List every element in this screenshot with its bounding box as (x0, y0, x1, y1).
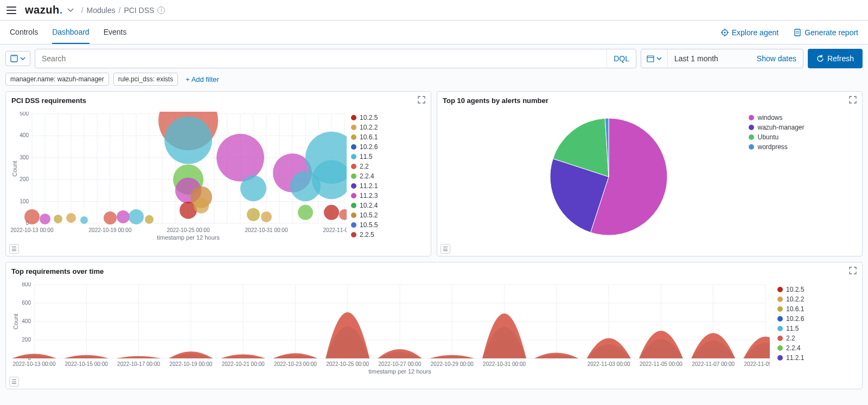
legend-toggle-icon[interactable]: ☰ (9, 377, 19, 387)
document-icon (794, 29, 801, 36)
legend-item[interactable]: windows (749, 114, 804, 121)
panel-req-area: Top requirements over time 0200400600800… (5, 262, 863, 389)
refresh-button[interactable]: Refresh (808, 49, 863, 68)
date-range-picker: Last 1 month Show dates (641, 49, 803, 68)
legend-item[interactable]: 2.2.4 (351, 172, 378, 180)
expand-icon[interactable] (849, 267, 857, 276)
svg-text:400: 400 (20, 132, 29, 138)
legend-item[interactable]: wordpress (749, 143, 804, 151)
svg-point-68 (247, 208, 260, 221)
bubble-chart[interactable]: 01002003004005002022-10-13 00:002022-10-… (10, 112, 347, 242)
legend-item[interactable]: 2.2.4 (777, 344, 804, 352)
svg-point-1 (724, 31, 725, 33)
legend-item[interactable]: 11.2.3 (351, 192, 378, 200)
legend-item[interactable]: 2.2.5 (351, 231, 378, 239)
svg-point-51 (40, 214, 50, 224)
dashboard-grid: PCI DSS requirements 0100200300400500202… (0, 91, 868, 395)
svg-point-57 (129, 209, 144, 224)
svg-point-60 (164, 116, 212, 164)
svg-text:2022-10-29 00:00: 2022-10-29 00:00 (431, 361, 474, 367)
svg-text:2022-10-21 00:00: 2022-10-21 00:00 (222, 361, 265, 367)
legend-item[interactable]: 2.2 (351, 163, 378, 170)
dql-toggle[interactable]: DQL (607, 49, 636, 68)
pie-chart[interactable] (495, 112, 723, 242)
svg-text:800: 800 (22, 282, 31, 287)
svg-text:2022-10-31 00:00: 2022-10-31 00:00 (245, 227, 288, 233)
tab-dashboard[interactable]: Dashboard (52, 21, 90, 44)
show-dates-link[interactable]: Show dates (750, 49, 803, 68)
search-input[interactable] (35, 49, 607, 68)
breadcrumb-sep: / (81, 6, 84, 15)
svg-text:2022-11-05 00:00: 2022-11-05 00:00 (640, 361, 682, 367)
legend-item[interactable]: Ubuntu (749, 133, 804, 141)
svg-text:2022-10-25 00:00: 2022-10-25 00:00 (326, 361, 369, 367)
svg-text:2022-11-05 00:00: 2022-11-05 00:00 (323, 227, 347, 233)
tab-controls[interactable]: Controls (10, 21, 38, 44)
svg-text:timestamp per 12 hours: timestamp per 12 hours (157, 234, 220, 241)
generate-report-label: Generate report (805, 28, 858, 37)
legend-item[interactable]: 10.2.5 (351, 114, 378, 121)
explore-agent-link[interactable]: Explore agent (721, 28, 778, 37)
tabs-bar: Controls Dashboard Events Explore agent … (0, 21, 868, 44)
svg-text:200: 200 (20, 176, 29, 182)
search-row: DQL Last 1 month Show dates Refresh (0, 44, 868, 73)
expand-icon[interactable] (418, 96, 425, 105)
svg-rect-5 (647, 56, 654, 62)
svg-text:600: 600 (22, 300, 31, 306)
svg-text:2022-10-19 00:00: 2022-10-19 00:00 (89, 227, 132, 233)
svg-text:400: 400 (22, 318, 31, 324)
svg-point-66 (216, 134, 264, 182)
svg-point-76 (339, 209, 347, 220)
area-chart[interactable]: 02004006008002022-10-13 00:002022-10-15 … (10, 282, 770, 375)
legend-item[interactable]: 10.2.4 (351, 202, 378, 209)
legend-item[interactable]: 10.2.6 (777, 315, 804, 323)
generate-report-link[interactable]: Generate report (794, 28, 858, 37)
panel-agents-pie: Top 10 agents by alerts number windowswa… (437, 91, 863, 256)
legend-toggle-icon[interactable]: ☰ (9, 244, 19, 254)
legend-item[interactable]: 10.6.1 (351, 133, 378, 141)
add-filter-link[interactable]: + Add filter (182, 73, 222, 86)
svg-rect-2 (795, 29, 800, 36)
legend-item[interactable]: 10.2.2 (777, 295, 804, 303)
brand-logo[interactable]: wazuh. (25, 4, 63, 16)
legend-toggle-icon[interactable]: ☰ (441, 244, 450, 254)
legend-item[interactable]: 11.5 (777, 325, 804, 332)
date-range-text[interactable]: Last 1 month (668, 49, 750, 68)
legend-item[interactable]: 10.5.5 (351, 221, 378, 229)
legend-item[interactable]: 11.2.1 (777, 354, 804, 362)
legend-item[interactable]: 11.2.1 (351, 182, 378, 190)
legend-item[interactable]: 11.5 (351, 153, 378, 160)
breadcrumb-sep: / (119, 6, 121, 15)
panel-title: Top 10 agents by alerts number (443, 97, 548, 105)
info-icon[interactable]: i (157, 7, 165, 14)
legend-item[interactable]: 10.5.2 (351, 211, 378, 219)
calendar-button[interactable] (641, 49, 668, 68)
breadcrumb-modules[interactable]: Modules (87, 6, 116, 15)
chevron-down-icon (656, 56, 662, 61)
calendar-icon (647, 55, 654, 62)
chevron-down-icon[interactable] (67, 7, 74, 14)
svg-text:2022-10-23 00:00: 2022-10-23 00:00 (274, 361, 317, 367)
expand-icon[interactable] (849, 96, 857, 105)
panel-pci-bubble: PCI DSS requirements 0100200300400500202… (5, 91, 431, 256)
filters-row: manager.name: wazuh-manager rule.pci_dss… (0, 73, 868, 91)
tab-events[interactable]: Events (104, 21, 127, 44)
pie-legend: windowswazuh-managerUbuntuwordpress (749, 112, 804, 242)
legend-item[interactable]: 10.2.5 (777, 286, 804, 293)
breadcrumb-current: PCI DSS (124, 6, 154, 15)
svg-point-54 (80, 216, 88, 224)
svg-point-67 (240, 175, 266, 201)
legend-item[interactable]: 10.2.2 (351, 124, 378, 131)
saved-queries-button[interactable] (5, 51, 30, 66)
svg-point-72 (298, 205, 313, 220)
filter-pill[interactable]: manager.name: wazuh-manager (5, 73, 109, 86)
legend-item[interactable]: wazuh-manager (749, 124, 804, 131)
legend-item[interactable]: 2.2 (777, 335, 804, 342)
top-bar: wazuh. / Modules / PCI DSS i (0, 0, 868, 21)
legend-item[interactable]: 10.6.1 (777, 305, 804, 313)
legend-item[interactable]: 10.2.6 (351, 143, 378, 151)
svg-text:2022-10-31 00:00: 2022-10-31 00:00 (483, 361, 526, 367)
menu-icon[interactable] (7, 7, 16, 14)
filter-pill[interactable]: rule.pci_dss: exists (113, 73, 178, 86)
svg-text:2022-10-17 00:00: 2022-10-17 00:00 (117, 361, 160, 367)
